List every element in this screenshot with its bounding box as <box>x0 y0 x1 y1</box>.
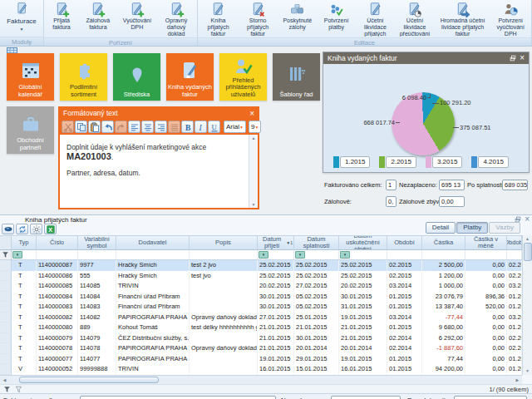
filter-cell[interactable]: ▼ <box>294 250 339 259</box>
align-left-icon[interactable] <box>128 121 140 133</box>
filter-cell[interactable] <box>507 250 522 259</box>
table-row[interactable]: T1140000084114084Finanční úřad Příbram30… <box>0 292 522 303</box>
tile-podlimitni-sortiment[interactable]: Podlimitní sortiment <box>60 53 107 101</box>
column-header-variabilni-symbol[interactable]: Variabilní symbol <box>78 236 116 249</box>
tile-kniha-vydanych-faktur[interactable]: Kniha vydaných faktur <box>166 53 214 101</box>
ribbon-button-poskytnute-zalohy[interactable]: Poskytnuté zálohy <box>278 1 318 37</box>
column-header-castka-v-mene[interactable]: Částka v měně <box>466 236 507 249</box>
ribbon-button-zalohova-faktura[interactable]: Zálohová faktura <box>78 1 117 37</box>
close-icon[interactable]: × <box>525 216 530 223</box>
column-header-obdobi[interactable]: Období <box>387 236 422 249</box>
ribbon-button-potvrzeni-vyuctovani-dph[interactable]: Potvrzení vyúčtování DPH <box>490 1 530 37</box>
filter-icon[interactable] <box>3 386 11 393</box>
excel-export-icon[interactable]: X <box>44 224 57 234</box>
tile-strediska[interactable]: Střediska <box>113 53 160 101</box>
filter-cell[interactable] <box>387 250 422 259</box>
filter-outline-icon[interactable] <box>15 386 22 393</box>
fakturace-module-button[interactable]: Fakturace ▼ <box>0 0 43 37</box>
column-header-label: Datum uskutečnění plnění <box>340 236 386 249</box>
redo-icon[interactable] <box>115 121 127 133</box>
close-icon[interactable]: × <box>520 55 525 62</box>
table-row[interactable]: T11400000879977Hračky Smíchtest 2 jvo25.… <box>0 260 522 271</box>
filter-cell[interactable] <box>466 250 507 259</box>
ribbon-button-hromadna-ucetni-lividace-prijatych-faktur[interactable]: Hromadná účetní lividace přijatých faktu… <box>435 1 491 37</box>
table-row[interactable]: T1140000085114085TRIVIN20.02.201527.02.2… <box>0 281 522 292</box>
filter-cell[interactable]: ▼ <box>258 250 294 259</box>
align-right-icon[interactable] <box>155 121 167 133</box>
vertical-scrollbar[interactable]: ▲ ▼ <box>522 235 532 375</box>
filter-cell[interactable] <box>37 250 78 259</box>
tile-obchodni-partneri[interactable]: Obchodní partneři <box>7 106 54 154</box>
column-header-popis[interactable]: Popis <box>190 236 258 249</box>
settings-icon[interactable] <box>30 224 42 234</box>
scrollbar-thumb[interactable] <box>524 243 532 261</box>
align-justify-icon[interactable] <box>168 121 180 133</box>
ribbon-button-prijata-faktura[interactable]: Přijatá faktura <box>45 1 78 37</box>
table-row[interactable]: T1140000083114083Finanční úřad Příbram30… <box>0 302 522 313</box>
rich-text-editor[interactable]: Doplnit údaje k vyhlášení marketingové a… <box>60 135 258 208</box>
view-icon[interactable] <box>2 224 14 234</box>
column-header-obdobi-2[interactable]: Období <box>507 236 522 249</box>
tab-platby[interactable]: Platby <box>456 222 488 234</box>
table-row[interactable]: T1140000082114082PAPIROGRAFIA PRAHAOprav… <box>0 313 522 323</box>
column-header-dodavatel[interactable]: Dodavatel <box>116 236 190 249</box>
italic-icon[interactable]: I <box>195 121 207 133</box>
tile-globalni-kalendar[interactable]: Globální kalendář <box>7 53 54 101</box>
tile-prehled-prihlasenych-uzivatelu[interactable]: Přehled přihlášených uživatelů <box>219 53 267 101</box>
ribbon-button-kniha-prijatych-faktur[interactable]: Kniha přijatých faktur <box>199 1 239 37</box>
filter-cell[interactable]: ▼ <box>339 250 387 259</box>
scroll-up-icon[interactable]: ▲ <box>525 235 530 243</box>
align-center-icon[interactable] <box>141 121 154 133</box>
font-size-select[interactable]: 9 ▼ <box>249 121 261 133</box>
table-cell: 0,00 <box>466 271 507 282</box>
filter-dropdown-icon[interactable]: ▼ <box>12 251 22 259</box>
column-header-typ[interactable]: Typ <box>12 236 37 249</box>
refresh-icon[interactable] <box>16 224 28 234</box>
restore-icon[interactable] <box>510 55 516 62</box>
ribbon-button-potvrzeni-platby[interactable]: Potvrzení platby <box>318 1 356 37</box>
ribbon-button-storno-prijatych-faktur[interactable]: Storno přijatých faktur <box>238 1 278 37</box>
column-header-castka[interactable]: Částka <box>422 236 466 249</box>
filter-cell[interactable] <box>190 250 258 259</box>
close-icon[interactable]: × <box>249 110 254 118</box>
filter-cell[interactable] <box>78 250 116 259</box>
copy-icon[interactable] <box>75 121 87 133</box>
table-cell: 20.01.2014 <box>294 343 339 354</box>
filter-cell[interactable] <box>116 250 190 259</box>
ribbon-button-ucetni-likvidace-prijatych-faktur[interactable]: Účetní likvidace přijatých faktur <box>356 1 396 37</box>
bold-icon[interactable]: B <box>181 121 194 133</box>
ribbon-button-opravny-danovy-doklad[interactable]: Opravný daňový doklad <box>156 1 195 37</box>
filter-dropdown-icon[interactable]: ▼ <box>295 251 305 259</box>
filter-dropdown-icon[interactable]: ▼ <box>259 251 268 259</box>
table-footer-totals: Fakturováno celkem:1 293 546,53Nezaplace… <box>0 393 532 399</box>
filter-dropdown-icon[interactable]: ▼ <box>340 251 350 259</box>
vertical-scrollbar[interactable]: ▲▼ <box>249 135 258 208</box>
scroll-right-icon[interactable]: ▶ <box>513 377 522 384</box>
table-row[interactable]: T1140000078114078PAPIROGRAFIA PRAHAOprav… <box>0 343 522 354</box>
scroll-left-icon[interactable]: ◀ <box>0 377 9 384</box>
table-row[interactable]: T1140000077114077PAPIROGRAFIA PRAHA19.01… <box>0 354 522 365</box>
ribbon-button-vyuctovani-dph[interactable]: Vyúčtování DPH <box>118 1 157 37</box>
ribbon-button-ucetni-likvidace-preuctovani-dph[interactable]: Účetní likvidace přeúčtování DPH <box>395 1 435 37</box>
scrollbar-thumb[interactable] <box>19 377 159 383</box>
column-header-cislo[interactable]: Číslo <box>37 236 78 249</box>
undo-icon[interactable] <box>101 121 114 133</box>
scroll-down-icon[interactable]: ▼ <box>525 367 530 375</box>
filter-cell[interactable]: ▼ <box>12 250 37 259</box>
underline-icon[interactable]: U <box>208 121 220 133</box>
cut-icon[interactable] <box>62 121 74 133</box>
table-row[interactable]: V114000005299999888TRIVIN16.01.201515.01… <box>0 364 522 375</box>
font-family-select[interactable]: Arial ▼ <box>224 121 246 133</box>
column-header-datum-splatnosti[interactable]: Datum splatnosti <box>294 236 339 249</box>
tile-sablony-rad[interactable]: Šablony řad <box>273 53 320 101</box>
table-row[interactable]: T1140000080889Kohout Tomáštest délky hhh… <box>0 323 522 333</box>
table-row[interactable]: T1140000079114079ČEZ Distribuční služby,… <box>0 333 522 344</box>
column-header-datum-uskutecneni-plneni[interactable]: Datum uskutečnění plnění <box>339 236 387 249</box>
row-marker <box>0 333 12 344</box>
filter-cell[interactable] <box>422 250 466 259</box>
tab-detail[interactable]: Detail <box>426 222 456 234</box>
table-row[interactable]: T1140000086555Hračky Smíchtest jvo25.02.… <box>0 271 522 282</box>
paste-icon[interactable] <box>88 121 101 133</box>
column-header-datum-prijeti[interactable]: Datum přijetí▼1 <box>258 236 294 249</box>
horizontal-scrollbar[interactable]: ◀ ▶ <box>0 375 522 384</box>
